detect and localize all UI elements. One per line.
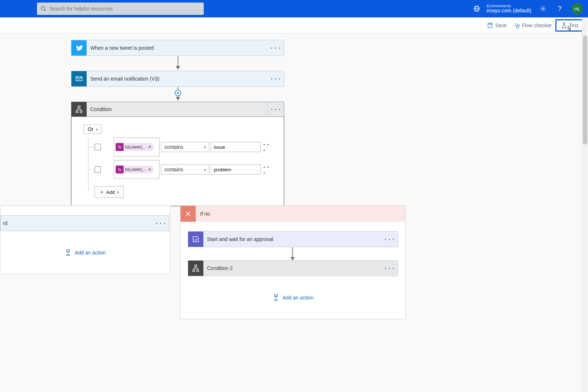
condition-header[interactable]: Condition bbox=[71, 102, 284, 117]
trigger-title: When a new tweet is posted bbox=[87, 40, 268, 56]
insert-step-button[interactable]: + bbox=[175, 90, 181, 96]
operator-label: contains bbox=[164, 167, 183, 172]
approval-icon bbox=[188, 232, 203, 247]
trigger-menu[interactable] bbox=[268, 40, 284, 56]
row-checkbox[interactable] bbox=[95, 166, 101, 173]
add-action-label: Add an action bbox=[75, 250, 106, 256]
condition-operator[interactable]: contains ▾ bbox=[161, 142, 209, 152]
svg-rect-16 bbox=[197, 270, 199, 272]
mail-icon bbox=[71, 71, 87, 86]
add-action-label: Add an action bbox=[282, 295, 314, 301]
search-icon bbox=[41, 6, 46, 12]
svg-point-8 bbox=[518, 25, 519, 26]
svg-rect-15 bbox=[193, 270, 195, 272]
condition-operand-left[interactable]: fx toLower(... ✕ bbox=[114, 160, 160, 179]
save-button[interactable]: Save bbox=[484, 20, 510, 30]
condition-row: fx toLower(... ✕ contains ▾ bbox=[84, 138, 273, 156]
condition-value-input[interactable] bbox=[211, 164, 261, 175]
expression-text: toLower(... bbox=[125, 144, 146, 150]
environment-label: Environments bbox=[486, 4, 531, 8]
svg-rect-17 bbox=[274, 295, 277, 297]
help-icon: ? bbox=[558, 5, 562, 13]
remove-token-icon[interactable]: ✕ bbox=[148, 144, 152, 150]
cursor-pointer-icon bbox=[566, 25, 572, 32]
vertical-scrollbar[interactable] bbox=[582, 17, 588, 392]
svg-rect-11 bbox=[76, 111, 78, 113]
if-no-branch: If no Start and wait for an approval Con… bbox=[180, 205, 406, 319]
condition2-menu[interactable] bbox=[382, 261, 398, 276]
row-menu[interactable] bbox=[264, 164, 273, 175]
condition-icon bbox=[188, 261, 203, 276]
condition-card: Condition Or ▾ fx toLower(... ✕ bbox=[71, 102, 284, 206]
approval-title: Start and wait for an approval bbox=[203, 232, 382, 247]
top-navbar: Environments enayu.com (default) ? HL bbox=[0, 0, 588, 17]
plus-icon: ＋ bbox=[99, 189, 104, 195]
add-action-yes[interactable]: Add an action bbox=[7, 249, 163, 256]
twitter-icon bbox=[71, 40, 87, 56]
svg-rect-14 bbox=[195, 265, 197, 267]
flow-checker-label: Flow checker bbox=[522, 23, 552, 28]
connector-arrow bbox=[178, 56, 178, 69]
email-card[interactable]: Send an email notification (V3) bbox=[71, 71, 284, 87]
trigger-card[interactable]: When a new tweet is posted bbox=[71, 40, 284, 56]
if-yes-branch: rd Add an action bbox=[0, 205, 170, 274]
approval-menu[interactable] bbox=[382, 232, 398, 247]
chevron-down-icon: ▾ bbox=[117, 190, 119, 194]
connector-arrow-branch bbox=[292, 247, 293, 260]
help-button[interactable]: ? bbox=[555, 4, 565, 14]
yes-action-card[interactable]: rd bbox=[0, 215, 169, 231]
add-condition-button[interactable]: ＋ Add ▾ bbox=[95, 186, 124, 198]
condition-icon bbox=[71, 102, 87, 117]
expression-token[interactable]: fx toLower(... ✕ bbox=[116, 143, 154, 151]
expression-token[interactable]: fx toLower(... ✕ bbox=[116, 166, 154, 173]
flow-checker-button[interactable]: Flow checker bbox=[510, 20, 555, 30]
condition-value-input[interactable] bbox=[211, 142, 261, 152]
svg-point-0 bbox=[41, 7, 45, 10]
save-icon bbox=[487, 23, 493, 28]
user-avatar[interactable]: HL bbox=[571, 3, 583, 15]
chevron-down-icon: ▾ bbox=[204, 145, 206, 149]
scrollbar-thumb[interactable] bbox=[583, 36, 587, 144]
svg-rect-13 bbox=[67, 250, 70, 252]
yes-card-menu[interactable] bbox=[153, 216, 169, 231]
remove-token-icon[interactable]: ✕ bbox=[148, 167, 152, 172]
condition-operator[interactable]: contains ▾ bbox=[161, 164, 209, 175]
group-operator-label: Or bbox=[88, 126, 94, 132]
svg-rect-12 bbox=[80, 111, 82, 113]
fx-icon: fx bbox=[116, 143, 124, 151]
condition-row: fx toLower(... ✕ contains ▾ bbox=[84, 160, 273, 179]
svg-rect-6 bbox=[488, 23, 492, 28]
save-label: Save bbox=[495, 23, 507, 28]
row-menu[interactable] bbox=[264, 141, 273, 153]
global-search[interactable] bbox=[37, 3, 204, 15]
chevron-down-icon: ▾ bbox=[204, 168, 206, 172]
add-action-icon bbox=[65, 249, 72, 256]
svg-line-1 bbox=[45, 10, 46, 11]
add-label: Add bbox=[106, 189, 115, 195]
environment-icon[interactable] bbox=[473, 5, 480, 12]
add-action-no[interactable]: Add an action bbox=[187, 294, 399, 301]
environment-selector[interactable]: Environments enayu.com (default) bbox=[486, 4, 531, 13]
svg-point-5 bbox=[542, 8, 544, 10]
add-action-icon bbox=[272, 294, 279, 301]
condition-group-operator[interactable]: Or ▾ bbox=[84, 124, 102, 134]
yes-card-title: rd bbox=[1, 216, 153, 231]
approval-card[interactable]: Start and wait for an approval bbox=[188, 231, 398, 247]
test-button[interactable]: Test bbox=[555, 19, 584, 32]
search-input[interactable] bbox=[49, 6, 200, 12]
condition-menu[interactable] bbox=[268, 102, 284, 117]
email-menu[interactable] bbox=[268, 71, 284, 86]
gear-icon bbox=[540, 5, 546, 12]
email-title: Send an email notification (V3) bbox=[87, 71, 268, 86]
command-bar: Save Flow checker Test bbox=[0, 17, 588, 33]
row-checkbox[interactable] bbox=[95, 144, 101, 150]
svg-rect-7 bbox=[489, 23, 491, 25]
fx-icon: fx bbox=[116, 166, 124, 173]
condition-title: Condition bbox=[87, 102, 268, 117]
if-no-label: If no bbox=[200, 211, 210, 217]
settings-button[interactable] bbox=[538, 4, 548, 14]
x-icon bbox=[181, 206, 196, 222]
environment-value: enayu.com (default) bbox=[486, 8, 531, 13]
condition2-card[interactable]: Condition 2 bbox=[188, 260, 398, 276]
condition-operand-left[interactable]: fx toLower(... ✕ bbox=[114, 138, 160, 156]
